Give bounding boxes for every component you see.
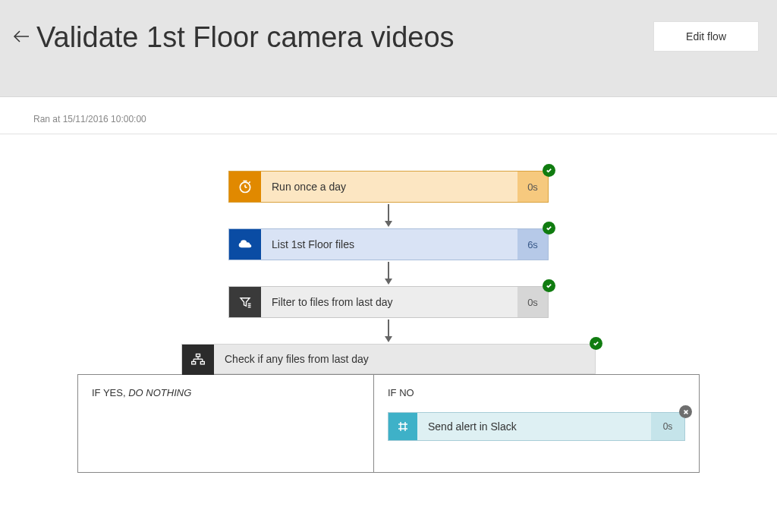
clock-icon	[229, 172, 261, 202]
cloud-icon	[229, 229, 261, 260]
slack-icon	[388, 413, 417, 440]
step-recurrence[interactable]: Run once a day 0s	[228, 171, 549, 203]
step-duration: 0s	[517, 172, 548, 202]
branch-yes-prefix: IF YES,	[92, 387, 126, 398]
condition-branches: IF YES, DO NOTHING IF NO Send alert in S…	[77, 374, 700, 473]
success-badge-icon	[543, 279, 555, 292]
svg-line-5	[249, 181, 250, 183]
step-label: Filter to files from last day	[261, 287, 517, 317]
filter-icon	[229, 287, 261, 317]
step-label: List 1st Floor files	[261, 229, 517, 260]
step-label: Send alert in Slack	[417, 413, 651, 440]
success-badge-icon	[543, 164, 555, 177]
connector-arrow-icon	[0, 320, 777, 342]
svg-marker-15	[385, 336, 392, 342]
branch-no: IF NO Send alert in Slack 0s	[374, 375, 699, 472]
svg-rect-16	[197, 354, 200, 357]
step-filter[interactable]: Filter to files from last day 0s	[228, 286, 549, 318]
step-duration: 0s	[651, 413, 684, 440]
svg-marker-7	[385, 221, 392, 227]
step-label: Run once a day	[261, 172, 517, 202]
svg-rect-21	[192, 362, 196, 364]
step-label: Check if any files from last day	[214, 345, 595, 373]
connector-arrow-icon	[0, 262, 777, 285]
step-duration: 0s	[517, 287, 548, 317]
page-title: Validate 1st Floor camera videos	[36, 21, 455, 54]
success-badge-icon	[543, 222, 555, 235]
svg-marker-10	[241, 298, 250, 307]
connector-arrow-icon	[0, 204, 777, 227]
branch-no-label: IF NO	[388, 387, 685, 398]
step-condition[interactable]: Check if any files from last day	[181, 344, 596, 374]
flow-canvas: Run once a day 0s List 1st Floor files 6…	[0, 134, 777, 473]
success-badge-icon	[590, 337, 602, 350]
edit-flow-button[interactable]: Edit flow	[653, 21, 759, 52]
branch-yes: IF YES, DO NOTHING	[78, 375, 374, 472]
svg-rect-22	[200, 362, 204, 364]
step-list-files[interactable]: List 1st Floor files 6s	[228, 228, 549, 260]
condition-icon	[182, 345, 214, 375]
cancelled-badge-icon	[679, 405, 692, 418]
svg-marker-9	[385, 279, 392, 285]
branch-yes-suffix: DO NOTHING	[128, 387, 191, 398]
step-duration: 6s	[517, 229, 548, 260]
step-slack-alert[interactable]: Send alert in Slack 0s	[388, 412, 685, 441]
back-arrow-icon[interactable]	[12, 27, 33, 55]
run-timestamp: Ran at 15/11/2016 10:00:00	[0, 97, 777, 134]
page-header: Validate 1st Floor camera videos Edit fl…	[0, 0, 777, 97]
branch-yes-label: IF YES, DO NOTHING	[92, 387, 360, 398]
